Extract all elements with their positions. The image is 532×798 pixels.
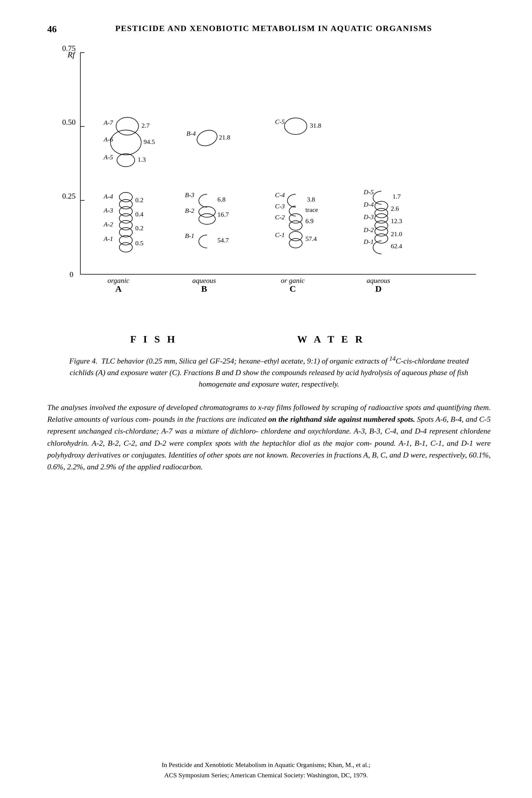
- svg-text:3.8: 3.8: [307, 196, 315, 203]
- svg-text:0.4: 0.4: [135, 210, 144, 218]
- svg-text:D-1: D-1: [363, 238, 374, 245]
- page: 46 PESTICIDE AND XENOBIOTIC METABOLISM I…: [0, 0, 532, 798]
- svg-point-64: [375, 221, 388, 230]
- svg-text:0.5: 0.5: [135, 239, 144, 247]
- svg-point-17: [119, 221, 132, 230]
- svg-text:C-1: C-1: [275, 231, 285, 239]
- tlc-chart: Rf 0.75 0.50 0.25 0 A-7 2.7 A-6 94.5: [62, 52, 476, 295]
- svg-text:A-4: A-4: [103, 193, 113, 200]
- svg-text:A-7: A-7: [103, 119, 113, 126]
- svg-text:D: D: [375, 284, 382, 294]
- svg-point-52: [289, 239, 302, 248]
- page-footer: In Pesticide and Xenobiotic Metabolism i…: [0, 760, 532, 780]
- svg-text:0.2: 0.2: [135, 196, 144, 204]
- svg-text:2.6: 2.6: [391, 205, 399, 212]
- svg-text:trace: trace: [305, 206, 318, 214]
- svg-text:21.8: 21.8: [219, 134, 230, 141]
- fish-label: F I S H: [92, 334, 216, 345]
- svg-text:6.8: 6.8: [217, 196, 226, 203]
- svg-text:6.9: 6.9: [305, 217, 314, 225]
- svg-text:62.4: 62.4: [391, 242, 402, 250]
- svg-text:D-2: D-2: [363, 226, 374, 234]
- figure-caption: Figure 4. TLC behavior (0.25 mm, Silica …: [62, 354, 476, 390]
- svg-point-10: [119, 200, 132, 209]
- svg-text:16.7: 16.7: [217, 211, 229, 218]
- y-tick-label-050: 0.50: [62, 118, 76, 127]
- svg-text:aqueous: aqueous: [366, 277, 390, 284]
- page-header: 46 PESTICIDE AND XENOBIOTIC METABOLISM I…: [47, 24, 491, 35]
- page-number: 46: [47, 24, 57, 35]
- svg-point-22: [119, 243, 132, 252]
- svg-point-27: [195, 128, 219, 149]
- svg-text:C: C: [289, 284, 296, 294]
- svg-text:A-3: A-3: [103, 207, 113, 214]
- figure-text: TLC behavior (0.25 mm, Silica gel GF-254…: [70, 357, 469, 388]
- svg-text:A-5: A-5: [103, 153, 113, 161]
- svg-text:B: B: [201, 284, 207, 294]
- y-tick-label-025: 0.25: [62, 192, 76, 201]
- header-title: PESTICIDE AND XENOBIOTIC METABOLISM IN A…: [57, 24, 491, 33]
- svg-text:D-5: D-5: [363, 188, 374, 196]
- svg-point-32: [199, 207, 215, 217]
- svg-text:1.3: 1.3: [138, 156, 146, 163]
- svg-text:31.8: 31.8: [310, 122, 321, 129]
- svg-point-33: [199, 214, 215, 224]
- footer-line1: In Pesticide and Xenobiotic Metabolism i…: [0, 760, 532, 770]
- svg-text:A-1: A-1: [103, 235, 113, 242]
- svg-text:D-4: D-4: [363, 201, 374, 208]
- svg-text:A-6: A-6: [103, 136, 113, 143]
- spots-svg: A-7 2.7 A-6 94.5 A-5 1.3 A-4 0.2 A-3 0.4: [80, 52, 476, 295]
- svg-point-48: [289, 221, 302, 230]
- svg-text:57.4: 57.4: [305, 235, 317, 242]
- svg-text:B-2: B-2: [185, 207, 194, 214]
- svg-text:B-4: B-4: [186, 130, 196, 137]
- svg-text:or ganic: or ganic: [281, 277, 305, 284]
- svg-point-67: [375, 227, 388, 236]
- svg-text:C-5: C-5: [275, 118, 285, 125]
- svg-text:C-4: C-4: [275, 191, 285, 199]
- svg-text:C-3: C-3: [275, 202, 285, 210]
- svg-text:A: A: [115, 284, 122, 294]
- water-label: W A T E R: [263, 334, 399, 345]
- svg-point-3: [111, 130, 141, 155]
- figure-label: Figure 4.: [69, 357, 99, 365]
- body-paragraph-1: The analyses involved the exposure of de…: [47, 402, 491, 473]
- svg-text:94.5: 94.5: [144, 138, 155, 145]
- svg-point-51: [289, 231, 302, 241]
- svg-text:B-1: B-1: [185, 232, 194, 239]
- svg-text:B-3: B-3: [185, 191, 194, 199]
- footer-line2: ACS Symposium Series; American Chemical …: [0, 770, 532, 780]
- svg-text:C-2: C-2: [275, 214, 285, 221]
- svg-point-13: [119, 207, 132, 216]
- svg-point-40: [284, 118, 307, 134]
- svg-point-6: [117, 154, 135, 167]
- svg-text:21.0: 21.0: [391, 230, 402, 238]
- svg-point-60: [375, 208, 388, 218]
- svg-point-59: [375, 201, 388, 211]
- svg-point-47: [289, 214, 302, 223]
- svg-text:A-2: A-2: [103, 221, 113, 228]
- svg-text:54.7: 54.7: [217, 237, 229, 244]
- svg-text:12.3: 12.3: [391, 217, 402, 225]
- svg-point-63: [375, 214, 388, 223]
- svg-text:organic: organic: [108, 277, 129, 284]
- svg-text:aqueous: aqueous: [192, 277, 216, 284]
- svg-text:2.7: 2.7: [141, 122, 150, 129]
- svg-point-9: [119, 192, 132, 202]
- svg-text:1.7: 1.7: [393, 193, 401, 200]
- svg-text:D-3: D-3: [363, 213, 374, 221]
- svg-text:0.2: 0.2: [135, 224, 144, 232]
- y-tick-label-075: 0.75: [62, 44, 76, 53]
